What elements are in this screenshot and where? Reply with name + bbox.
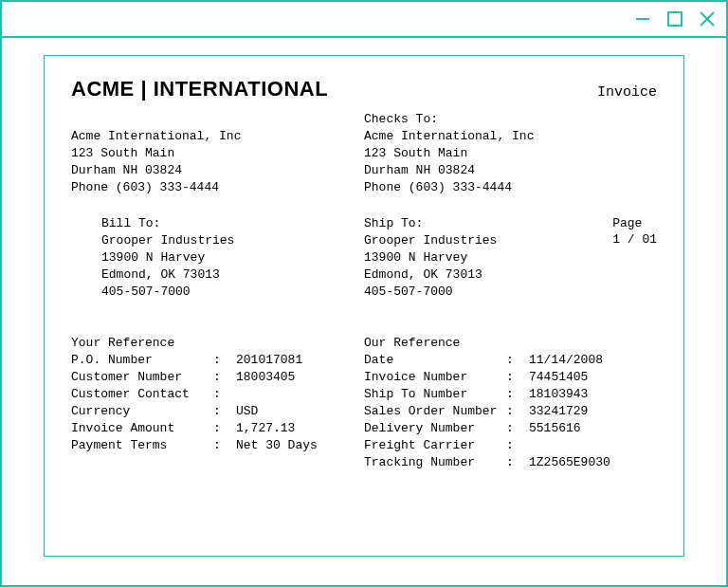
company-phone: Phone (603) 333-4444: [71, 179, 364, 196]
our-ref-value: 5515616: [529, 420, 657, 437]
our-ref-label: Invoice Number: [364, 369, 506, 386]
bill-to-label: Bill To:: [101, 215, 364, 232]
bill-to-street: 13900 N Harvey: [101, 249, 364, 266]
your-ref-value: [236, 386, 364, 403]
our-ref-row: Tracking Number:1Z2565E9030: [364, 454, 657, 471]
checks-to-address: Checks To: Acme International, Inc 123 S…: [364, 111, 657, 196]
document-header: ACME | INTERNATIONAL Invoice: [71, 77, 657, 101]
colon: :: [506, 386, 529, 403]
maximize-icon: [666, 10, 683, 28]
bill-to-name: Grooper Industries: [101, 232, 364, 249]
our-ref-value: 11/14/2008: [529, 352, 657, 369]
maximize-button[interactable]: [665, 9, 684, 28]
your-ref-value: USD: [236, 403, 364, 420]
colon: :: [506, 403, 529, 420]
our-ref-row: Freight Carrier:: [364, 437, 657, 454]
your-ref-row: Customer Number:18003405: [71, 369, 364, 386]
your-ref-label: Customer Contact: [71, 386, 213, 403]
colon: :: [506, 420, 529, 437]
colon: :: [213, 352, 236, 369]
checks-to-name: Acme International, Inc: [364, 128, 657, 145]
company-name: Acme International, Inc: [71, 128, 364, 145]
bill-to-address: Bill To: Grooper Industries 13900 N Harv…: [71, 215, 364, 301]
your-reference: Your Reference P.O. Number:201017081Cust…: [71, 336, 364, 471]
our-ref-label: Sales Order Number: [364, 403, 506, 420]
our-ref-value: 18103943: [529, 386, 657, 403]
page-label: Page: [612, 215, 657, 232]
our-reference: Our Reference Date:11/14/2008Invoice Num…: [364, 336, 657, 471]
colon: :: [506, 352, 529, 369]
your-ref-value: 1,727.13: [236, 420, 364, 437]
close-icon: [698, 9, 717, 28]
document-type: Invoice: [597, 84, 657, 101]
our-reference-title: Our Reference: [364, 336, 657, 350]
your-ref-label: Payment Terms: [71, 437, 213, 454]
our-ref-value: 33241729: [529, 403, 657, 420]
colon: :: [213, 420, 236, 437]
reference-section: Your Reference P.O. Number:201017081Cust…: [71, 336, 657, 471]
checks-to-phone: Phone (603) 333-4444: [364, 179, 657, 196]
our-ref-label: Ship To Number: [364, 386, 506, 403]
ship-to-street: 13900 N Harvey: [364, 249, 657, 266]
bill-to-phone: 405-507-7000: [101, 284, 364, 301]
our-ref-row: Delivery Number:5515616: [364, 420, 657, 437]
page-indicator: Page 1 / 01: [612, 215, 657, 248]
checks-to-street: 123 South Main: [364, 145, 657, 162]
invoice-document: ACME | INTERNATIONAL Invoice Acme Intern…: [44, 55, 684, 557]
our-ref-row: Date:11/14/2008: [364, 352, 657, 369]
company-city: Durham NH 03824: [71, 162, 364, 179]
your-ref-row: P.O. Number:201017081: [71, 352, 364, 369]
your-ref-row: Customer Contact:: [71, 386, 364, 403]
address-row-2: Page 1 / 01 Bill To: Grooper Industries …: [71, 215, 657, 320]
minimize-icon: [634, 10, 651, 28]
your-ref-row: Invoice Amount:1,727.13: [71, 420, 364, 437]
colon: :: [213, 386, 236, 403]
minimize-button[interactable]: [633, 9, 652, 28]
your-reference-title: Your Reference: [71, 336, 364, 350]
checks-to-city: Durham NH 03824: [364, 162, 657, 179]
our-ref-value: 74451405: [529, 369, 657, 386]
colon: :: [506, 369, 529, 386]
your-ref-value: Net 30 Days: [236, 437, 364, 454]
svg-rect-1: [668, 12, 682, 26]
your-ref-label: Invoice Amount: [71, 420, 213, 437]
colon: :: [506, 454, 529, 471]
your-ref-value: 18003405: [236, 369, 364, 386]
our-ref-label: Tracking Number: [364, 454, 506, 471]
our-ref-label: Freight Carrier: [364, 437, 506, 454]
our-ref-value: 1Z2565E9030: [529, 454, 657, 471]
our-ref-label: Delivery Number: [364, 420, 506, 437]
colon: :: [213, 369, 236, 386]
your-ref-label: P.O. Number: [71, 352, 213, 369]
your-ref-row: Payment Terms:Net 30 Days: [71, 437, 364, 454]
our-ref-label: Date: [364, 352, 506, 369]
our-ref-value: [529, 437, 657, 454]
close-button[interactable]: [698, 9, 717, 28]
your-ref-label: Customer Number: [71, 369, 213, 386]
app-window: ACME | INTERNATIONAL Invoice Acme Intern…: [0, 0, 728, 587]
company-address: Acme International, Inc 123 South Main D…: [71, 128, 364, 196]
your-ref-label: Currency: [71, 403, 213, 420]
colon: :: [213, 437, 236, 454]
bill-to-city: Edmond, OK 73013: [101, 266, 364, 284]
address-row-1: Acme International, Inc 123 South Main D…: [71, 128, 657, 215]
colon: :: [213, 403, 236, 420]
company-logo: ACME | INTERNATIONAL: [71, 77, 328, 101]
colon: :: [506, 437, 529, 454]
checks-to-label: Checks To:: [364, 111, 657, 128]
your-ref-value: 201017081: [236, 352, 364, 369]
your-ref-row: Currency:USD: [71, 403, 364, 420]
page-value: 1 / 01: [612, 231, 657, 248]
company-street: 123 South Main: [71, 145, 364, 162]
titlebar: [2, 2, 726, 38]
ship-to-phone: 405-507-7000: [364, 284, 657, 301]
our-ref-row: Sales Order Number:33241729: [364, 403, 657, 420]
our-ref-row: Invoice Number:74451405: [364, 369, 657, 386]
our-ref-row: Ship To Number:18103943: [364, 386, 657, 403]
ship-to-city: Edmond, OK 73013: [364, 266, 657, 284]
